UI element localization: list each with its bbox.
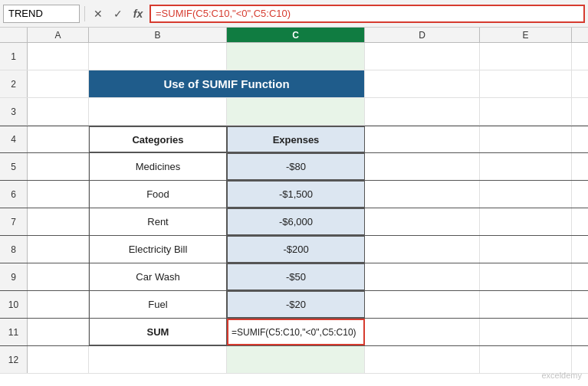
cancel-button[interactable]: ✕ [90,5,107,22]
col-header-c[interactable]: C [227,28,365,42]
cell-a9[interactable] [28,263,89,290]
cell-b8[interactable]: Electricity Bill [89,236,227,263]
cell-b7[interactable]: Rent [89,208,227,235]
categories-header-text: Categories [132,134,183,146]
col-header-d[interactable]: D [365,28,480,42]
sum-formula-text: =SUMIF(C5:C10,"<0",C5:C10) [232,327,356,338]
cell-sum-label[interactable]: SUM [89,319,227,345]
cell-c9[interactable]: -$50 [227,263,365,290]
cell-e2[interactable] [480,70,572,97]
cell-d7[interactable] [365,208,480,235]
col-header-a[interactable]: A [28,28,89,42]
cell-b12[interactable] [89,346,227,373]
confirm-button[interactable]: ✓ [110,5,126,22]
row-num-2: 2 [0,70,28,97]
cell-d10[interactable] [365,291,480,318]
cell-e10[interactable] [480,291,572,318]
category-8: Electricity Bill [129,244,188,255]
cell-a1[interactable] [28,43,89,70]
cell-d3[interactable] [365,98,480,125]
cell-c1[interactable] [227,43,365,70]
cell-c6[interactable]: -$1,500 [227,181,365,208]
cell-a6[interactable] [28,181,89,208]
cell-c8[interactable]: -$200 [227,236,365,263]
cell-c10[interactable]: -$20 [227,291,365,318]
cell-a8[interactable] [28,236,89,263]
row-num-10: 10 [0,291,28,318]
cell-b5[interactable]: Medicines [89,153,227,180]
cell-sum-formula[interactable]: =SUMIF(C5:C10,"<0",C5:C10) [227,319,365,345]
row-6: 6 Food -$1,500 [0,181,588,208]
row-12: 12 [0,346,588,374]
row-num-8: 8 [0,236,28,263]
title-cell[interactable]: Use of SUMIF Function [89,70,365,97]
cell-e5[interactable] [480,153,572,180]
cell-b6[interactable]: Food [89,181,227,208]
cell-d5[interactable] [365,153,480,180]
row-num-11: 11 [0,319,28,345]
row-5: 5 Medicines -$80 [0,153,588,181]
row-num-1: 1 [0,43,28,70]
name-box[interactable]: TREND [3,5,80,23]
cell-d11[interactable] [365,319,480,345]
cell-e1[interactable] [480,43,572,70]
cell-d12[interactable] [365,346,480,373]
cell-categories-header[interactable]: Categories [89,126,227,152]
row-num-corner [0,28,28,42]
column-headers: A B C D E [0,28,588,43]
cell-c7[interactable]: -$6,000 [227,208,365,235]
cell-e3[interactable] [480,98,572,125]
cell-e4[interactable] [480,126,572,152]
category-5: Medicines [136,161,181,172]
category-6: Food [146,188,169,200]
category-9: Car Wash [136,271,179,283]
cell-b3[interactable] [89,98,227,125]
cell-e9[interactable] [480,263,572,290]
row-1: 1 [0,43,588,70]
cell-b9[interactable]: Car Wash [89,263,227,290]
expense-8: -$200 [283,244,308,255]
row-7: 7 Rent -$6,000 [0,208,588,236]
row-num-9: 9 [0,263,28,290]
col-header-e[interactable]: E [480,28,572,42]
cell-d4[interactable] [365,126,480,152]
row-num-3: 3 [0,98,28,125]
cell-d2[interactable] [365,70,480,97]
cell-e7[interactable] [480,208,572,235]
cell-e6[interactable] [480,181,572,208]
fx-button[interactable]: fx [130,5,146,22]
cell-expenses-header[interactable]: Expenses [227,126,365,152]
row-8: 8 Electricity Bill -$200 [0,236,588,263]
row-num-4: 4 [0,126,28,152]
cell-a7[interactable] [28,208,89,235]
row-num-12: 12 [0,346,28,373]
category-10: Fuel [148,299,167,310]
cell-a11[interactable] [28,319,89,345]
expense-7: -$6,000 [279,216,313,227]
cell-a10[interactable] [28,291,89,318]
cell-b1[interactable] [89,43,227,70]
expense-6: -$1,500 [279,188,313,200]
cell-a4[interactable] [28,126,89,152]
cell-a2[interactable] [28,70,89,97]
cell-a12[interactable] [28,346,89,373]
col-header-b[interactable]: B [89,28,227,42]
cell-d6[interactable] [365,181,480,208]
cell-b10[interactable]: Fuel [89,291,227,318]
formula-bar: TREND ✕ ✓ fx =SUMIF(C5:C10,"<0",C5:C10) [0,0,588,28]
expense-10: -$20 [286,299,306,310]
cell-c3[interactable] [227,98,365,125]
cell-d1[interactable] [365,43,480,70]
spreadsheet: A B C D E 1 2 Use of SUMIF Function [0,28,588,386]
cell-e12[interactable] [480,346,572,373]
cell-a3[interactable] [28,98,89,125]
cell-c12[interactable] [227,346,365,373]
cell-a5[interactable] [28,153,89,180]
cell-d8[interactable] [365,236,480,263]
cell-e11[interactable] [480,319,572,345]
cell-c5[interactable]: -$80 [227,153,365,180]
formula-input[interactable]: =SUMIF(C5:C10,"<0",C5:C10) [149,5,585,23]
cell-e8[interactable] [480,236,572,263]
cell-d9[interactable] [365,263,480,290]
expenses-header-text: Expenses [273,134,320,146]
